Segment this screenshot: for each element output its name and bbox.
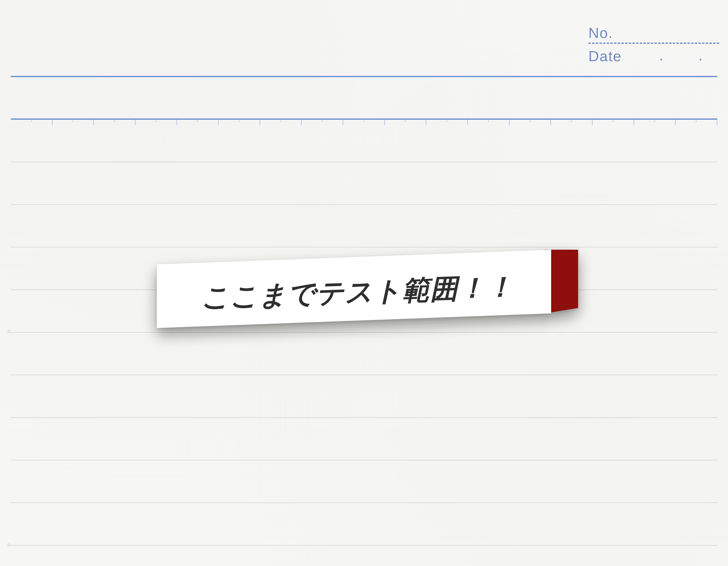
ruler-tick xyxy=(218,120,260,125)
header-no-label: No. xyxy=(588,24,613,41)
ruler-tick xyxy=(592,120,634,125)
punch-hole xyxy=(7,543,11,547)
ruler-tick xyxy=(384,120,426,125)
ruler-tick xyxy=(11,120,52,125)
ruler-tick xyxy=(675,120,717,125)
body-rule xyxy=(11,460,717,460)
ruler-tick xyxy=(550,120,592,125)
ruler-tick xyxy=(93,120,135,125)
body-rule xyxy=(11,545,717,546)
ruler-ticks xyxy=(11,120,717,126)
body-rule xyxy=(11,502,717,503)
header-no-dash xyxy=(588,43,719,44)
header-date-label: Date xyxy=(588,48,622,65)
body-rule xyxy=(11,204,717,205)
ruler-tick xyxy=(467,120,509,125)
ruler-tick xyxy=(301,120,343,125)
body-rule xyxy=(11,162,717,162)
header-date-dots: ・ ・ xyxy=(642,53,720,67)
punch-hole xyxy=(7,330,11,333)
sticky-note-svg: ここまでテスト範囲！！ xyxy=(157,250,578,328)
ruler-tick xyxy=(135,120,177,125)
ruler-tick xyxy=(177,120,218,125)
ruler-tick xyxy=(634,120,675,125)
ruler-tick xyxy=(343,120,384,125)
ruler-tick xyxy=(260,120,301,125)
body-rule xyxy=(11,332,717,333)
sticky-note: ここまでテスト範囲！！ xyxy=(157,250,578,328)
ruler-tick xyxy=(426,120,467,125)
ruler-tick xyxy=(52,120,94,125)
ruler-tick xyxy=(509,120,551,125)
date-dot: ・ xyxy=(656,53,667,67)
body-rule xyxy=(11,247,717,248)
body-rule xyxy=(11,374,717,375)
notebook-page: No. Date ・ ・ ここまでテスト範囲！！ xyxy=(0,0,728,566)
body-rule xyxy=(11,417,717,418)
top-rule-1 xyxy=(11,76,717,77)
date-dot: ・ xyxy=(695,53,706,67)
